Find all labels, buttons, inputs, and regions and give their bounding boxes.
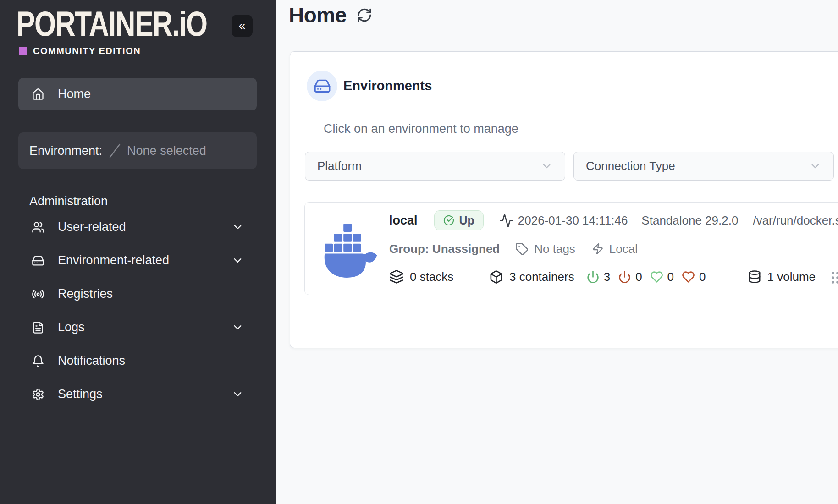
check-circle-icon <box>443 215 454 226</box>
unhealthy-containers-stat: 0 <box>682 270 706 284</box>
platform-filter-dropdown[interactable]: Platform <box>305 152 565 181</box>
stacks-count-label: 0 stacks <box>410 270 453 284</box>
file-text-icon <box>31 321 45 334</box>
gear-icon <box>31 388 45 401</box>
portainer-logo: PORTAINER.iO <box>17 7 207 40</box>
connection-mode-label: Local <box>609 242 638 256</box>
sidebar-item-label: Settings <box>58 387 103 401</box>
healthy-containers-stat: 0 <box>650 270 674 284</box>
volumes-count-label: 1 volume <box>767 270 816 284</box>
sidebar-item-user-related[interactable]: User-related <box>18 210 257 244</box>
environment-card-row-main: local Up 2026-01-30 14:11:46 Standalone … <box>389 210 838 231</box>
tags-label: No tags <box>534 242 575 256</box>
edition-row: COMMUNITY EDITION <box>19 46 141 56</box>
power-off-icon <box>618 270 631 284</box>
tag-icon <box>515 242 529 256</box>
status-badge: Up <box>434 210 484 230</box>
bell-icon <box>31 355 45 367</box>
chevron-down-icon <box>232 221 244 233</box>
slash-icon <box>108 143 121 159</box>
sidebar-item-label: Environment-related <box>58 253 169 268</box>
box-icon <box>489 270 503 284</box>
last-check-timestamp: 2026-01-30 14:11:46 <box>518 214 628 228</box>
sidebar-item-environment-related[interactable]: Environment-related <box>18 244 257 277</box>
sidebar: PORTAINER.iO « COMMUNITY EDITION Home En… <box>0 0 276 504</box>
stopped-containers-stat: 0 <box>618 270 642 284</box>
environment-card-row-tags: Group: Unassigned No tags Local <box>389 240 638 257</box>
chevron-down-icon <box>232 254 244 267</box>
environment-card-row-stats: 0 stacks 3 containers 3 <box>389 268 816 286</box>
unhealthy-count-label: 0 <box>699 270 706 284</box>
sidebar-item-home[interactable]: Home <box>18 78 257 110</box>
sidebar-item-label: Registries <box>58 287 113 301</box>
environment-prefix-label: Environment: <box>29 144 102 158</box>
chevron-down-icon <box>232 321 244 334</box>
sidebar-item-registries[interactable]: Registries <box>18 277 257 311</box>
healthy-count-label: 0 <box>667 270 674 284</box>
sidebar-item-label: User-related <box>58 220 126 234</box>
environment-card-local[interactable]: local Up 2026-01-30 14:11:46 Standalone … <box>304 202 838 295</box>
refresh-icon[interactable] <box>357 7 372 23</box>
sidebar-item-label: Logs <box>58 320 85 334</box>
sidebar-item-notifications[interactable]: Notifications <box>18 344 257 378</box>
environment-selected-value: None selected <box>127 144 206 158</box>
connection-socket-path: /var/run/docker.sock <box>753 214 838 228</box>
environment-selector[interactable]: Environment: None selected <box>18 132 257 169</box>
environments-widget-title: Environments <box>343 78 432 93</box>
house-icon <box>31 88 45 101</box>
zap-icon <box>592 243 604 255</box>
containers-stat: 3 containers <box>489 270 574 284</box>
group-label: Group: Unassigned <box>389 242 500 256</box>
hard-drive-icon <box>314 77 331 95</box>
edition-square-icon <box>19 47 27 55</box>
administration-section-title: Administration <box>29 194 108 208</box>
sidebar-home-label: Home <box>58 87 91 101</box>
connection-type-filter-label: Connection Type <box>586 159 675 173</box>
running-count-label: 3 <box>604 270 610 284</box>
radio-icon <box>31 288 45 301</box>
layers-icon <box>389 269 404 284</box>
stacks-stat: 0 stacks <box>389 269 489 284</box>
activity-icon <box>499 214 513 228</box>
chevron-down-icon <box>540 160 553 172</box>
hard-drive-icon <box>31 254 45 267</box>
environment-type-version: Standalone 29.2.0 <box>641 214 738 228</box>
edition-label: COMMUNITY EDITION <box>33 46 141 56</box>
environments-widget-icon-circle <box>307 71 337 101</box>
database-icon <box>748 270 761 284</box>
collapse-chevrons-icon: « <box>238 19 245 33</box>
users-icon <box>31 221 45 234</box>
sidebar-collapse-button[interactable]: « <box>232 15 253 37</box>
sidebar-item-logs[interactable]: Logs <box>18 311 257 344</box>
grid-handle-icon[interactable] <box>830 270 838 286</box>
docker-icon <box>320 221 379 280</box>
chevron-down-icon <box>232 388 244 400</box>
heart-healthy-icon <box>650 270 663 284</box>
platform-filter-label: Platform <box>317 159 362 173</box>
environments-widget: Environments Click on an environment to … <box>290 51 838 348</box>
admin-nav: User-related Environment-related <box>18 210 257 411</box>
containers-count-label: 3 containers <box>509 270 574 284</box>
power-on-icon <box>586 270 600 284</box>
volumes-stat: 1 volume <box>748 270 816 284</box>
status-badge-label: Up <box>459 214 474 227</box>
page-title: Home <box>289 3 347 27</box>
connection-type-filter-dropdown[interactable]: Connection Type <box>573 152 834 181</box>
heart-unhealthy-icon <box>682 270 695 284</box>
stopped-count-label: 0 <box>635 270 642 284</box>
sidebar-item-settings[interactable]: Settings <box>18 378 257 411</box>
sidebar-item-label: Notifications <box>58 354 125 368</box>
chevron-down-icon <box>809 160 821 172</box>
running-containers-stat: 3 <box>586 270 610 284</box>
environment-name: local <box>389 214 418 228</box>
environments-widget-subtitle: Click on an environment to manage <box>324 122 518 136</box>
